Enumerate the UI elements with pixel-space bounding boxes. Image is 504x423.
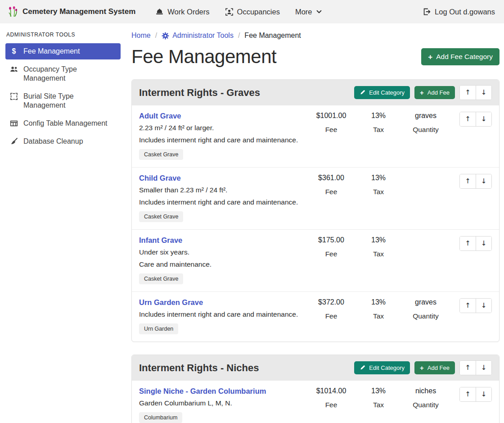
breadcrumb: Home/Administrator Tools/Fee Management (131, 32, 500, 40)
fee-row: Infant Grave Under six years.Care and ma… (132, 229, 499, 291)
fee-name-link[interactable]: Child Grave (139, 174, 181, 182)
edit-category-button[interactable]: Edit Category (354, 361, 410, 374)
tax-label: Tax (356, 126, 401, 134)
tax-value: 13% (356, 387, 401, 395)
move-fee-down-button[interactable]: ↓ (476, 237, 491, 250)
nav-item-more[interactable]: More (289, 4, 328, 20)
move-category-down-button[interactable]: ↓ (476, 361, 491, 375)
breadcrumb-separator: / (155, 32, 157, 40)
fee-amount: $1014.00 (306, 387, 356, 395)
breadcrumb-home[interactable]: Home (131, 32, 151, 40)
chevron-down-icon (316, 9, 322, 15)
tax-label: Tax (356, 401, 401, 409)
breadcrumb-administrator-tools[interactable]: Administrator Tools (162, 32, 234, 40)
fee-row: Adult Grave 2.23 m² / 24 ft² or larger.I… (132, 105, 499, 167)
sidebar-item-config-table-management[interactable]: Config Table Management (5, 115, 121, 132)
main-content: Home/Administrator Tools/Fee Management … (126, 23, 504, 423)
move-fee-up-button[interactable]: ↑ (460, 387, 476, 401)
quantity-value: niches (401, 387, 450, 395)
category-header: Interment Rights - Graves Edit Category … (132, 80, 499, 105)
move-fee-up-button[interactable]: ↑ (460, 112, 476, 126)
tax-value: 13% (356, 236, 401, 244)
bounding-box-icon (10, 92, 18, 100)
quantity-label: Quantity (401, 401, 450, 409)
tax-label: Tax (356, 250, 401, 258)
fee-row: Single Niche - Garden Columbarium Garden… (132, 381, 499, 423)
move-fee-up-button[interactable]: ↑ (460, 299, 476, 313)
fee-reorder-group: ↑ ↓ (459, 236, 492, 251)
sidebar-item-occupancy-type-management[interactable]: Occupancy Type Management (5, 61, 121, 86)
fee-label: Fee (306, 126, 356, 134)
move-fee-down-button[interactable]: ↓ (476, 112, 491, 126)
move-fee-up-button[interactable]: ↑ (460, 237, 476, 250)
fee-label: Fee (306, 188, 356, 196)
fee-tag-badge: Urn Garden (139, 323, 178, 334)
move-fee-down-button[interactable]: ↓ (476, 387, 491, 401)
move-category-up-button[interactable]: ↑ (460, 361, 476, 375)
fee-amount: $1001.00 (306, 112, 356, 120)
nav-item-occupancies[interactable]: Occupancies (219, 4, 286, 20)
tax-value: 13% (356, 174, 401, 182)
move-fee-up-button[interactable]: ↑ (460, 174, 476, 188)
move-fee-down-button[interactable]: ↓ (476, 299, 491, 313)
tulips-logo-icon (7, 6, 19, 18)
plus-icon: + (420, 364, 424, 371)
add-fee-button[interactable]: + Add Fee (414, 361, 455, 374)
move-fee-down-button[interactable]: ↓ (476, 174, 491, 188)
fee-name-link[interactable]: Urn Garden Grave (139, 298, 203, 307)
fee-description-line: Includes interment right and care and ma… (139, 198, 306, 206)
table-icon (10, 119, 18, 127)
edit-category-button[interactable]: Edit Category (354, 86, 410, 99)
fee-category-card: Interment Rights - Niches Edit Category … (131, 355, 500, 423)
fee-description-line: Includes interment right and care and ma… (139, 310, 306, 318)
logout-label: Log Out d.gowans (435, 8, 495, 16)
app-title: Cemetery Management System (22, 7, 135, 16)
tax-value: 13% (356, 298, 401, 306)
sidebar-item-fee-management[interactable]: Fee Management (5, 43, 121, 59)
gear-icon (162, 32, 169, 40)
fee-tag-badge: Columbarium (139, 412, 182, 423)
fee-amount: $175.00 (306, 236, 356, 244)
sidebar-item-burial-site-type-management[interactable]: Burial Site Type Management (5, 88, 121, 114)
fee-name-link[interactable]: Adult Grave (139, 112, 181, 120)
main-nav: Work Orders Occupancies More (149, 4, 328, 20)
fee-label: Fee (306, 401, 356, 409)
move-category-up-button[interactable]: ↑ (460, 86, 476, 100)
fee-description-line: Garden Columbarium L, M, N. (139, 399, 306, 407)
nav-item-work-orders[interactable]: Work Orders (149, 4, 216, 20)
quantity-label: Quantity (401, 312, 450, 320)
fee-description-line: Smaller than 2.23 m² / 24 ft². (139, 186, 306, 194)
fee-row: Urn Garden Grave Includes interment righ… (132, 291, 499, 341)
fee-reorder-group: ↑ ↓ (459, 112, 492, 127)
move-category-down-button[interactable]: ↓ (476, 86, 491, 100)
fee-description-line: Care and maintenance. (139, 260, 306, 268)
fee-description-line: 2.23 m² / 24 ft² or larger. (139, 124, 306, 132)
fee-amount: $372.00 (306, 298, 356, 306)
logout-icon (423, 8, 431, 16)
add-fee-button[interactable]: + Add Fee (414, 86, 455, 99)
fee-name-link[interactable]: Infant Grave (139, 236, 182, 245)
fee-reorder-group: ↑ ↓ (459, 174, 492, 189)
person-frame-icon (225, 8, 234, 16)
page-title: Fee Management (131, 46, 276, 68)
add-fee-category-button[interactable]: + Add Fee Category (421, 48, 500, 65)
quantity-label: Quantity (401, 126, 450, 134)
tax-value: 13% (356, 112, 401, 120)
sidebar: ADMINISTRATOR TOOLS Fee Management Occup… (0, 23, 126, 423)
sidebar-item-database-cleanup[interactable]: Database Cleanup (5, 133, 121, 150)
fee-category-card: Interment Rights - Graves Edit Category … (131, 79, 500, 342)
category-header: Interment Rights - Niches Edit Category … (132, 355, 499, 381)
fee-label: Fee (306, 250, 356, 258)
fee-tag-badge: Casket Grave (139, 149, 183, 160)
breadcrumb-separator: / (238, 32, 240, 40)
breadcrumb-fee-management: Fee Management (244, 32, 301, 40)
tax-label: Tax (356, 188, 401, 196)
quantity-value: graves (401, 112, 450, 120)
hard-hat-icon (155, 8, 164, 16)
fee-description-line: Includes interment right and care and ma… (139, 136, 306, 144)
logout-button[interactable]: Log Out d.gowans (421, 4, 497, 20)
fee-name-link[interactable]: Single Niche - Garden Columbarium (139, 387, 266, 396)
app-brand[interactable]: Cemetery Management System (7, 6, 135, 18)
top-navbar: Cemetery Management System Work Orders O… (0, 0, 504, 23)
fee-tag-badge: Casket Grave (139, 211, 183, 222)
